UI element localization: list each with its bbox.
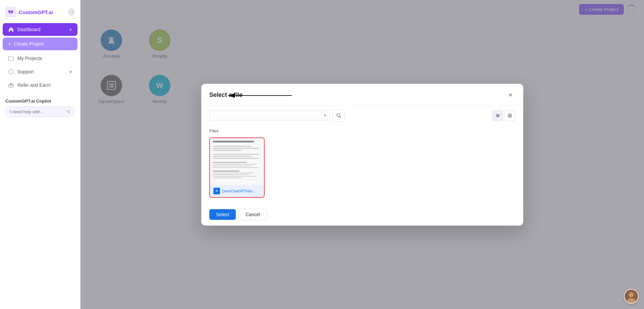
search-button[interactable] [333, 110, 345, 122]
support-chevron-icon: ∨ [69, 69, 72, 74]
files-section-label: Files [209, 128, 515, 133]
preview-line [213, 178, 242, 178]
svg-point-24 [629, 292, 634, 297]
preview-line [213, 162, 247, 163]
preview-line [213, 150, 242, 151]
svg-point-7 [11, 72, 11, 73]
cancel-button[interactable]: Cancel [238, 209, 267, 220]
preview-line [213, 174, 249, 175]
file-card[interactable]: G DoesChatGPTHav... [209, 137, 265, 198]
doc-icon: G [213, 188, 220, 194]
svg-point-12 [337, 114, 340, 117]
modal-close-button[interactable]: × [506, 90, 515, 100]
view-toggle [492, 110, 515, 121]
preview-line [213, 148, 259, 149]
modal-header: Select a file × [201, 84, 523, 106]
chevron-down-icon: ∨ [69, 27, 72, 32]
logo-area: CustomGPT.ai [0, 4, 80, 23]
home-icon [8, 26, 14, 33]
copilot-input-wrap[interactable] [5, 106, 75, 117]
preview-line [213, 156, 252, 157]
preview-line [213, 166, 252, 166]
preview-line [213, 141, 254, 142]
app-logo-icon [5, 7, 16, 17]
main-area: + Create Project Zendesk S Shopify [80, 0, 644, 309]
grid-view-icon [507, 113, 512, 118]
svg-rect-20 [510, 116, 512, 117]
list-view-icon [495, 113, 500, 118]
preview-line [213, 171, 239, 172]
select-label: Select [216, 212, 229, 217]
clock-icon[interactable] [68, 9, 75, 15]
app-name: CustomGPT.ai [19, 9, 53, 15]
search-icon [336, 113, 341, 118]
modal-toolbar: ▾ [201, 106, 523, 126]
preview-line [213, 173, 254, 173]
file-preview [210, 138, 264, 185]
create-project-label: Create Project [14, 41, 44, 47]
svg-line-13 [339, 116, 341, 118]
svg-rect-17 [508, 114, 509, 115]
sidebar: CustomGPT.ai Dashboard ∨ + Create Projec… [0, 0, 80, 309]
list-view-button[interactable] [492, 110, 503, 121]
svg-rect-19 [508, 116, 509, 117]
svg-rect-18 [510, 114, 512, 115]
cancel-label: Cancel [246, 212, 260, 217]
my-projects-label: My Projects [17, 56, 42, 61]
svg-point-6 [9, 69, 13, 74]
close-icon: × [508, 91, 513, 99]
modal-footer: Select Cancel [201, 203, 523, 226]
file-footer: G DoesChatGPTHav... [210, 185, 264, 197]
svg-point-1 [8, 10, 10, 12]
modal-overlay: Select a file × ▾ [80, 0, 644, 309]
refer-label: Refer and Earn! [17, 82, 51, 88]
sidebar-item-my-projects[interactable]: My Projects [3, 52, 77, 65]
gift-icon [8, 82, 14, 88]
plus-icon: + [8, 41, 11, 47]
copilot-input[interactable] [10, 109, 66, 114]
send-icon [66, 109, 70, 115]
preview-line [213, 167, 259, 168]
svg-point-2 [11, 10, 13, 12]
dashboard-label: Dashboard [17, 27, 41, 32]
support-icon [8, 69, 14, 75]
preview-line [213, 158, 259, 159]
file-name: DoesChatGPTHav... [222, 189, 255, 193]
select-file-modal: Select a file × ▾ [201, 84, 523, 226]
svg-line-5 [71, 12, 72, 13]
sidebar-item-dashboard[interactable]: Dashboard ∨ [3, 23, 77, 36]
support-label: Support [17, 69, 34, 74]
modal-title: Select a file [209, 91, 243, 99]
dropdown-chevron-icon: ▾ [324, 113, 326, 118]
doc-icon-label: G [216, 189, 218, 192]
preview-line [213, 176, 257, 177]
grid-view-button[interactable] [504, 110, 515, 121]
sidebar-item-support[interactable]: Support ∨ [3, 65, 77, 78]
copilot-label: CustomGPT.ai Copilot [5, 99, 75, 104]
file-filter-dropdown[interactable]: ▾ [209, 111, 330, 120]
files-grid: G DoesChatGPTHav... [209, 137, 515, 198]
copilot-section: CustomGPT.ai Copilot [0, 95, 80, 121]
preview-line [213, 146, 252, 147]
select-button[interactable]: Select [209, 209, 236, 220]
preview-line [213, 154, 259, 155]
preview-line [213, 164, 257, 165]
modal-body: Files [201, 126, 523, 203]
user-avatar[interactable] [624, 289, 639, 304]
folder-icon [8, 55, 14, 61]
sidebar-create-project-button[interactable]: + Create Project [3, 38, 77, 50]
sidebar-item-refer[interactable]: Refer and Earn! [3, 79, 77, 91]
